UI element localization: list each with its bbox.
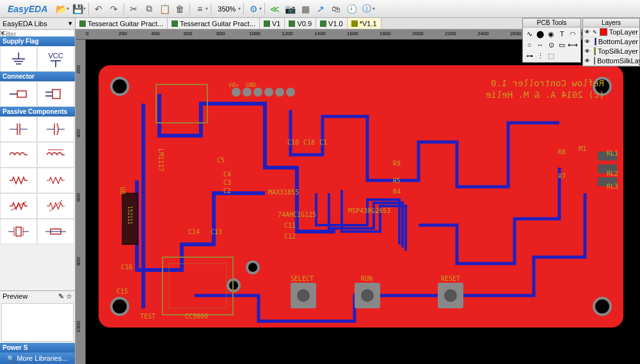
capacitor-symbol[interactable] (0, 116, 37, 142)
track-tool[interactable]: ∿ (524, 29, 534, 39)
circle-tool[interactable]: ○ (524, 40, 534, 50)
ruler-tick: 1400 (314, 31, 326, 36)
layer-row[interactable]: 👁BottomSilkLay (583, 56, 639, 66)
pad-tool[interactable]: ⬤ (535, 29, 545, 39)
fuse-symbol[interactable] (37, 219, 74, 244)
resistor-us-symbol[interactable] (37, 168, 74, 193)
layer-visibility-icon[interactable]: 👁 (584, 38, 590, 45)
svg-point-37 (286, 88, 295, 97)
dropdown-icon[interactable]: ▾ (259, 6, 262, 12)
arc-tool[interactable]: ◠ (568, 29, 578, 39)
dropdown-icon[interactable]: ▾ (238, 6, 241, 12)
capacitor-pol-symbol[interactable] (37, 116, 74, 142)
bom-icon[interactable]: ▦ (298, 2, 312, 16)
layer-row[interactable]: 👁BottomLayer (583, 37, 639, 47)
layer-row[interactable]: 👁TopSilkLayer (583, 47, 639, 56)
dim-tool[interactable]: ⟷ (568, 40, 578, 50)
more-libraries-button[interactable]: 🔍 More Libraries... (0, 352, 75, 364)
rect-tool[interactable]: ▭ (557, 40, 567, 50)
dropdown-icon[interactable]: ▾ (372, 6, 375, 12)
layer-visibility-icon[interactable]: 👁 (584, 48, 590, 54)
shop-icon[interactable]: 🛍 (329, 2, 343, 16)
delete-icon[interactable]: 🗑 (173, 2, 187, 16)
document-tab[interactable]: Tesseract Guitar Pract... (76, 18, 168, 29)
lib-collapse-icon[interactable]: ▾ (68, 19, 72, 28)
app-logo: EasyEDA (3, 4, 52, 14)
section-passive[interactable]: Passive Components (0, 107, 75, 116)
document-tab[interactable]: V1 (260, 18, 285, 29)
layer-color-swatch (594, 47, 596, 55)
conn-tool[interactable]: ⊶ (524, 51, 534, 61)
array-tool[interactable]: ⋮ (535, 51, 545, 61)
document-tab[interactable]: V1.0 (316, 18, 348, 29)
varistor-symbol[interactable] (0, 193, 37, 219)
layer-name: TopSilkLayer (598, 47, 638, 55)
ruler-tick: 200 (76, 65, 81, 74)
redo-icon[interactable]: ↷ (107, 2, 121, 16)
vcc-symbol[interactable]: VCC (37, 46, 74, 72)
crystal-symbol[interactable] (0, 219, 37, 244)
via-tool[interactable]: ◉ (546, 29, 556, 39)
move-tool[interactable]: ↔ (535, 40, 545, 50)
hole-tool[interactable]: ⊙ (546, 40, 556, 50)
gnd-symbol[interactable] (0, 46, 37, 72)
cut-icon[interactable]: ✂ (127, 2, 141, 16)
layer-visibility-icon[interactable]: 👁 (584, 58, 590, 64)
dropdown-icon[interactable]: ▾ (67, 6, 69, 12)
align-icon[interactable]: ≡ (193, 2, 207, 16)
export-icon[interactable]: ↗ (314, 2, 328, 16)
layer-active-icon: ✎ (593, 29, 598, 35)
save-icon[interactable]: 💾 (70, 2, 84, 16)
svg-point-39 (297, 289, 310, 302)
preview-star-icon[interactable]: ☆ (66, 292, 72, 300)
settings-icon[interactable]: ⚙ (246, 2, 260, 16)
label-reset: RESET (441, 275, 460, 282)
document-tab[interactable]: Tesseract Guitar Pract... (168, 18, 260, 29)
paste-icon[interactable]: 📋 (157, 2, 172, 16)
layer-name: BottomLayer (598, 38, 638, 45)
lib-title: EasyEDA Libs (3, 20, 47, 28)
text-tool[interactable]: T (557, 29, 567, 39)
undo-icon[interactable]: ↶ (92, 2, 106, 16)
main-toolbar: EasyEDA 📂 ▾ 💾 ▾ ↶ ↷ ✂ ⧉ 📋 🗑 ≡ ▾ 350% ▾ ⚙… (0, 0, 640, 18)
ruler-tick: 2400 (477, 31, 489, 36)
connector-1-symbol[interactable] (0, 81, 37, 107)
camera-icon[interactable]: 📷 (283, 2, 297, 16)
dropdown-icon[interactable]: ▾ (205, 6, 208, 12)
document-tab[interactable]: V0.9 (285, 18, 316, 29)
document-tab[interactable]: *V1.1 (348, 18, 381, 29)
svg-point-32 (232, 88, 241, 97)
thermistor-symbol[interactable] (37, 193, 74, 219)
pcb-viewport[interactable]: Reflow Controller 1.0 (c) 2014 A. & M. H… (86, 40, 640, 364)
connector-2-symbol[interactable] (37, 81, 74, 107)
label-u8: U8 (119, 187, 126, 194)
filter-clear-icon[interactable]: ✕ (0, 30, 74, 36)
share-icon[interactable]: ≪ (268, 2, 282, 16)
ruler-tick: 1600 (347, 31, 358, 36)
group-tool[interactable]: ⬚ (546, 51, 556, 61)
preview-edit-icon[interactable]: ✎ (58, 292, 64, 300)
label-r9: R9 (393, 160, 401, 167)
label-r5: R5 (393, 177, 401, 184)
info-icon[interactable]: ⓘ (360, 2, 374, 16)
dropdown-icon[interactable]: ▾ (83, 6, 86, 12)
resistor-eu-symbol[interactable] (0, 168, 37, 193)
layer-visibility-icon[interactable]: 👁 (584, 29, 591, 35)
inductor-2-symbol[interactable] (37, 142, 74, 168)
preview-title: Preview (3, 292, 28, 301)
section-power[interactable]: Power S (0, 343, 75, 352)
label-rl3: RL3 (607, 183, 618, 190)
board-title: Reflow Controller 1.0 (491, 78, 604, 88)
section-connector[interactable]: Connector (0, 72, 75, 81)
inductor-1-symbol[interactable] (0, 142, 37, 168)
section-supply-flag[interactable]: Supply Flag (0, 36, 75, 46)
label-c11: C11 (284, 222, 296, 229)
label-c16: C16 (121, 264, 132, 271)
pcb-board[interactable]: Reflow Controller 1.0 (c) 2014 A. & M. H… (99, 65, 623, 328)
open-icon[interactable]: 📂 (54, 2, 68, 16)
copy-icon[interactable]: ⧉ (142, 2, 156, 16)
layer-row[interactable]: 👁✎TopLayer (583, 28, 639, 37)
library-sidebar: EasyEDA Libs ▾ ✕ Supply Flag VCC Connect… (0, 18, 76, 364)
zoom-level[interactable]: 350% (214, 5, 239, 13)
history-icon[interactable]: 🕘 (344, 2, 358, 16)
